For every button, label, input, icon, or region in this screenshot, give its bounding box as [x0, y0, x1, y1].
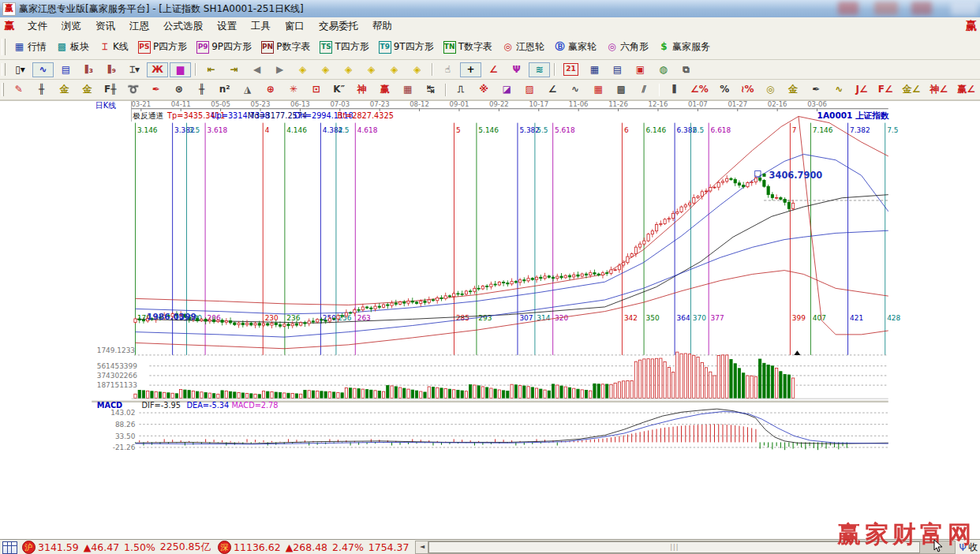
diamond-left-button[interactable]: ◈ [292, 62, 313, 77]
ying-tool-button[interactable]: 赢 [374, 82, 395, 97]
sectors-button[interactable]: ▩板块 [52, 39, 93, 55]
crosshair-tool-button[interactable]: + [460, 62, 481, 77]
menu-item-文件[interactable]: 文件 [21, 18, 54, 35]
kline-chart[interactable]: 03-2104-1105-0505-2306-1307-0307-2308-12… [0, 101, 980, 540]
export-print-button[interactable]: ⧉ [675, 62, 697, 77]
star-wheel-button[interactable]: ✳ [282, 82, 304, 97]
menu-item-资讯[interactable]: 资讯 [88, 18, 122, 35]
bars-3-button[interactable]: ⫼₃ [78, 62, 99, 77]
gann-box-red-button[interactable]: ▨ [519, 82, 540, 97]
scale-bars-button[interactable]: ⫼ [664, 82, 685, 97]
menu-item-江恩[interactable]: 江恩 [122, 18, 156, 35]
menu-item-交易委托[interactable]: 交易委托 [312, 18, 365, 35]
chart-globe-button[interactable]: ◍ [653, 62, 674, 77]
k-quote-button[interactable]: K″ [328, 82, 350, 97]
single-candle-button[interactable]: ⌶▾ [124, 62, 145, 77]
ying-angle-button[interactable]: 赢∠ [953, 82, 979, 97]
gold-gate-a-button[interactable]: 金 [54, 82, 75, 97]
span-arrows-button[interactable]: ↹ [420, 82, 441, 97]
winner-wheel-button[interactable]: Ⓑ赢家轮 [550, 39, 600, 55]
calendar-button[interactable]: 21 [559, 62, 582, 77]
f-ruler-button[interactable]: F╫ [99, 82, 121, 97]
chart-area[interactable]: 03-2104-1105-0505-2306-1307-0307-2308-12… [0, 100, 980, 540]
step-back-button[interactable]: ◀ [246, 62, 267, 77]
ink-pen-button[interactable]: ✒ [806, 82, 827, 97]
p-square-button[interactable]: PSP四方形 [134, 39, 191, 55]
scroll-left-button[interactable]: ◄ [416, 541, 428, 553]
wave-tool-button[interactable]: ≋ [529, 62, 550, 77]
scroll-thumb[interactable]: ||| [428, 541, 920, 553]
angle-pen-tool-button[interactable]: ∠ [483, 62, 504, 77]
n2-tool-button[interactable]: n² [214, 82, 235, 97]
horizontal-scrollbar[interactable]: ◄ ||| [415, 541, 955, 554]
memo-button[interactable]: ▤ [607, 62, 628, 77]
shen-tool-button[interactable]: 神 [351, 82, 372, 97]
menu-item-设置[interactable]: 设置 [210, 18, 244, 35]
grid-dark-button[interactable]: ▩ [611, 82, 632, 97]
gold-angle-button[interactable]: 金∠ [899, 82, 925, 97]
9p-square-button[interactable]: P99P四方形 [193, 39, 256, 55]
bars-9-button[interactable]: ⫼₉ [101, 62, 122, 77]
skip-first-button[interactable]: ⇤ [200, 62, 222, 77]
diamond-right-button[interactable]: ◈ [315, 62, 336, 77]
menu-item-帮助[interactable]: 帮助 [365, 18, 399, 35]
slant-lines-button[interactable]: ⫽ [634, 82, 655, 97]
gold-gate-b-button[interactable]: 金 [77, 82, 98, 97]
grid-123-button[interactable]: ▦ [397, 82, 418, 97]
spiral-tool-button[interactable]: ➰ [122, 82, 144, 97]
diamond-cross-button[interactable]: ◈ [406, 62, 428, 77]
gold-lines-button[interactable]: 金 [783, 82, 804, 97]
diamond-compress-button[interactable]: ◈ [361, 62, 382, 77]
winner-service-button[interactable]: $赢家服务 [654, 39, 714, 55]
p-number-table-button[interactable]: PNP数字表 [257, 39, 314, 55]
quote-table-icon[interactable] [2, 541, 17, 554]
mirror-angle-button[interactable]: ◮ [237, 82, 258, 97]
info-panel-button[interactable]: ▤ [55, 62, 77, 77]
gann-shape-tool-button[interactable]: Ψ [506, 62, 527, 77]
diamond-star-button[interactable]: ◈ [383, 62, 405, 77]
menu-item-公式选股[interactable]: 公式选股 [156, 18, 210, 35]
quotes-button[interactable]: ▦行情 [9, 39, 50, 55]
save-button[interactable]: ▣ [630, 62, 651, 77]
pole-tool-button[interactable]: ⎍ [451, 82, 472, 97]
color-histogram-button[interactable]: ▆ [170, 62, 191, 77]
gold-circle-button[interactable]: ◎ [760, 82, 781, 97]
tick-ruler-button[interactable]: ╫ [31, 82, 52, 97]
circle-ticks-button[interactable]: ⊛ [168, 82, 189, 97]
9t-square-button[interactable]: T99T四方形 [375, 39, 438, 55]
t-square-button[interactable]: TST四方形 [316, 39, 372, 55]
calculator-button[interactable]: ▦ [584, 62, 605, 77]
angle-line-button[interactable]: ∠ [542, 82, 563, 97]
skip-last-button[interactable]: ⇥ [223, 62, 245, 77]
j-angle-button[interactable]: J∠ [851, 82, 873, 97]
ray-fan-button[interactable]: ※ [473, 82, 495, 97]
extreme-channel-button[interactable]: Ж [147, 62, 168, 77]
wave-gold-button[interactable]: ∿ [829, 82, 850, 97]
curve-chart-button[interactable]: ∿ [32, 62, 54, 77]
wave-percent-button[interactable]: ≀% [737, 82, 758, 97]
volume-bar [606, 384, 608, 398]
f-angle-button[interactable]: F∠ [874, 82, 897, 97]
gann-box-purple-button[interactable]: ◪ [496, 82, 518, 97]
square-target-button[interactable]: ⊡ [305, 82, 327, 97]
kline-style-dropdown-button[interactable]: ▯▾ [9, 62, 31, 77]
menu-item-浏览[interactable]: 浏览 [54, 18, 88, 35]
diamond-hspan-button[interactable]: ◈ [338, 62, 359, 77]
percent-tool-button[interactable]: % [714, 82, 735, 97]
zigzag-tool-button[interactable]: ∿ [565, 82, 586, 97]
grid-red-button[interactable]: ▦ [588, 82, 609, 97]
menu-item-工具[interactable]: 工具 [244, 18, 278, 35]
slope-percent-button[interactable]: ∠% [686, 82, 713, 97]
step-forward-button[interactable]: ▶ [269, 62, 290, 77]
menu-item-窗口[interactable]: 窗口 [278, 18, 312, 35]
gann-wheel-button[interactable]: ◎江恩轮 [498, 39, 548, 55]
shen-angle-button[interactable]: 神∠ [926, 82, 952, 97]
pen-tool-button[interactable]: ✎ [8, 82, 29, 97]
hand-tool-button[interactable]: ☝ [437, 62, 458, 77]
t-number-table-button[interactable]: TNT数字表 [440, 39, 496, 55]
brush-tool-button[interactable]: ✒ [145, 82, 166, 97]
hexagon-button[interactable]: ◎六角形 [602, 39, 653, 55]
hash-ruler-button[interactable]: ╫ [191, 82, 212, 97]
circle-cross-button[interactable]: ⊕ [260, 82, 281, 97]
kline-button[interactable]: ⌶K线 [95, 39, 133, 55]
